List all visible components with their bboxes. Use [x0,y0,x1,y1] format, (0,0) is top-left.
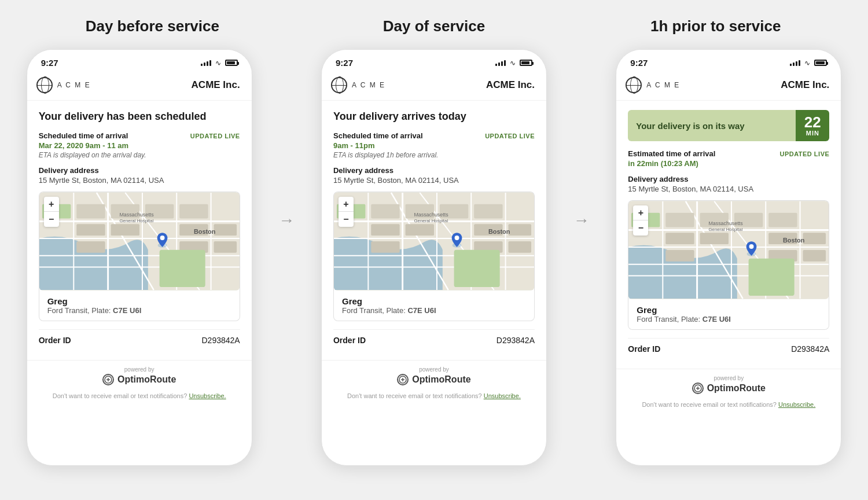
optimo-logo-3: OptimoRoute [616,383,841,394]
svg-point-60 [455,236,459,241]
unsubscribe-link-2[interactable]: Unsubscribe. [484,392,521,399]
banner-unit: MIN [806,130,819,137]
signal-icon-1 [201,60,211,66]
eta-label-3: Estimated time of arrival UPDATED LIVE [628,149,829,158]
address-value-3: 15 Myrtle St, Boston, MA 02114, USA [628,185,829,193]
address-label-1: Delivery address [39,166,240,175]
svg-rect-46 [474,204,502,219]
optimo-icon-3 [692,383,704,394]
map-3: Boston Massachusetts General Hospital + … [628,201,829,299]
order-label-3: Order ID [628,344,660,354]
map-zoom-in-2[interactable]: + [339,197,354,212]
battery-icon-2 [520,60,532,66]
acme-logo-1: A C M E [36,77,91,93]
svg-text:Massachusetts: Massachusetts [709,220,744,226]
phone-content-2: Your delivery arrives today Scheduled ti… [322,101,546,360]
order-row-2: Order ID D293842A [333,329,535,351]
wifi-icon-3: ∿ [804,59,810,67]
address-label-3: Delivery address [628,175,829,183]
section-title-2: Day of service [295,17,573,35]
order-row-3: Order ID D293842A [628,338,829,359]
svg-rect-47 [371,225,399,236]
svg-rect-15 [179,204,208,219]
banner-number: 22 [804,115,821,130]
phone-frame-2: 9:27 ∿ A C M E ACME Inc. Your delivery a… [321,49,547,466]
acme-globe-icon-2 [331,77,347,93]
unsubscribe-3: Don't want to receive email or text noti… [616,396,841,417]
optimo-text-2: OptimoRoute [412,374,470,385]
svg-rect-79 [700,233,729,244]
arrow-1: → [278,49,295,230]
svg-rect-78 [666,233,694,244]
svg-text:Massachusetts: Massachusetts [414,212,448,218]
map-zoom-out-1[interactable]: − [44,212,59,227]
app-header-2: A C M E ACME Inc. [322,72,546,101]
phone-day-of: 9:27 ∿ A C M E ACME Inc. Your delivery a… [306,49,561,466]
status-icons-1: ∿ [201,59,238,67]
svg-point-29 [160,236,164,241]
acme-globe-icon-1 [36,77,53,93]
acme-label-2: A C M E [352,81,385,89]
status-bar-2: 9:27 ∿ [322,50,546,72]
unsubscribe-link-3[interactable]: Unsubscribe. [778,401,815,408]
banner-text: Your delivery is on its way [628,110,796,141]
optimo-text-1: OptimoRoute [117,374,176,385]
driver-card-2: Greg Ford Transit, Plate: C7E U6I [333,291,535,321]
acme-globe-icon-3 [626,77,642,93]
scheduled-section-2: Scheduled time of arrival UPDATED LIVE 9… [333,131,535,159]
eta-note-1: ETA is displayed on the arrival day. [39,151,240,159]
order-row-1: Order ID D293842A [39,329,240,351]
delivery-banner: Your delivery is on its way 22 MIN [628,110,829,141]
section-title-3: 1h prior to service [576,17,855,35]
svg-text:Boston: Boston [194,229,215,236]
svg-rect-12 [76,204,105,219]
order-label-1: Order ID [39,336,71,345]
banner-time: 22 MIN [796,110,829,141]
status-time-1: 9:27 [41,58,58,68]
address-label-2: Delivery address [333,166,535,175]
svg-rect-82 [666,250,694,262]
acme-logo-3: A C M E [626,77,680,93]
unsubscribe-1: Don't want to receive email or text noti… [27,388,252,409]
address-value-2: 15 Myrtle St, Boston, MA 02114, USA [333,176,535,185]
svg-text:Boston: Boston [488,229,510,236]
acme-inc-2: ACME Inc. [486,79,535,91]
svg-text:General Hospital: General Hospital [119,219,153,224]
map-zoom-out-3[interactable]: − [633,220,648,236]
phone-frame-1: 9:27 ∿ A C M E ACME Inc. Your [27,49,252,466]
eta-note-2: ETA is displayed 1h before arrival. [333,151,535,159]
unsubscribe-link-1[interactable]: Unsubscribe. [189,392,226,399]
svg-text:General Hospital: General Hospital [414,219,448,224]
svg-rect-51 [371,241,399,253]
driver-card-1: Greg Ford Transit, Plate: C7E U6I [39,291,240,321]
updated-live-badge-1: UPDATED LIVE [190,133,240,139]
optimo-logo-1: OptimoRoute [27,374,252,385]
status-time-2: 9:27 [336,58,353,68]
phone-content-3: Your delivery is on its way 22 MIN Estim… [616,101,841,369]
wifi-icon-2: ∿ [510,59,516,67]
phone-content-1: Your delivery has been scheduled Schedul… [27,101,252,360]
status-bar-3: 9:27 ∿ [616,50,841,72]
order-label-2: Order ID [333,336,366,345]
address-section-1: Delivery address 15 Myrtle St, Boston, M… [39,166,240,185]
signal-icon-3 [790,60,800,66]
updated-live-badge-3: UPDATED LIVE [779,150,829,157]
battery-icon-3 [814,60,827,66]
scheduled-value-1: Mar 22, 2020 9am - 11 am [39,141,240,150]
status-time-3: 9:27 [630,58,648,68]
acme-label-1: A C M E [57,81,91,89]
svg-rect-48 [406,225,434,236]
svg-text:Massachusetts: Massachusetts [119,212,154,218]
svg-rect-85 [749,259,795,296]
map-zoom-in-3[interactable]: + [633,205,648,220]
driver-info-3: Ford Transit, Plate: C7E U6I [637,315,821,323]
driver-info-2: Ford Transit, Plate: C7E U6I [342,306,526,315]
svg-rect-43 [371,204,399,219]
order-value-2: D293842A [496,336,535,345]
svg-rect-20 [76,241,105,253]
driver-card-3: Greg Ford Transit, Plate: C7E U6I [628,299,829,330]
map-zoom-in-1[interactable]: + [44,197,59,212]
svg-text:Boston: Boston [783,237,804,244]
address-value-1: 15 Myrtle St, Boston, MA 02114, USA [39,176,240,185]
map-zoom-out-2[interactable]: − [339,212,354,227]
